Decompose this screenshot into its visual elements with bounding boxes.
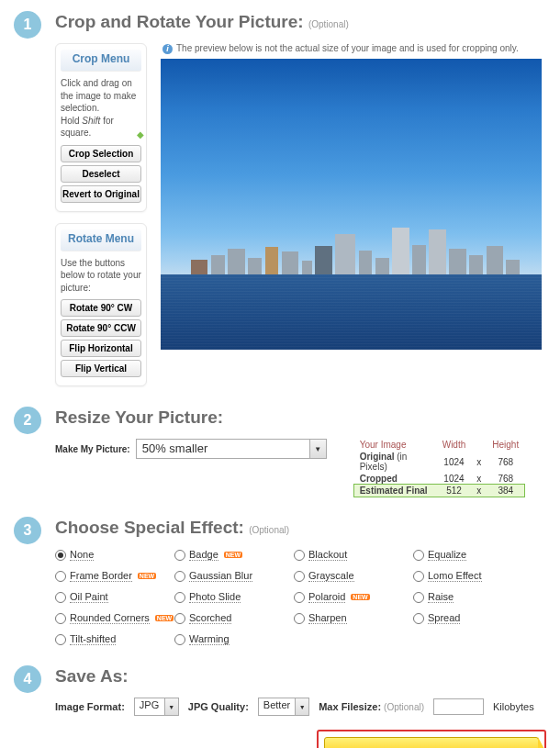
done-resize-button[interactable]: I'm Done, Resize My Picture! — [324, 737, 539, 748]
make-my-picture-label: Make My Picture: — [55, 444, 130, 454]
table-row: Cropped 1024x768 — [354, 473, 524, 485]
effect-label: Blackout — [308, 549, 347, 561]
section-title-1-text: Crop and Rotate Your Picture: — [55, 12, 304, 31]
effect-option[interactable]: Scorched — [174, 612, 294, 624]
effect-option[interactable]: Warming — [174, 633, 294, 645]
new-badge: NEW — [155, 615, 174, 621]
rotate-cw-button[interactable]: Rotate 90° CW — [61, 299, 141, 317]
radio-icon — [55, 613, 66, 624]
effect-option[interactable]: Photo Slide — [174, 591, 294, 603]
preview-info: iThe preview below is not the actual siz… — [162, 43, 546, 54]
chevron-down-icon[interactable]: ▼ — [296, 698, 309, 716]
chevron-down-icon[interactable]: ▼ — [165, 698, 179, 716]
resize-select-value: 50% smaller — [136, 439, 310, 459]
effect-label: Photo Slide — [189, 591, 241, 603]
effect-label: Sharpen — [308, 612, 347, 624]
effects-grid: NoneBadgeNEWBlackoutEqualizeFrame Border… — [55, 549, 546, 645]
table-row: Original (in Pixels) 1024x768 — [354, 451, 524, 473]
radio-icon — [413, 571, 424, 582]
effect-option[interactable]: Frame BorderNEW — [55, 570, 174, 582]
section-title-4: Save As: — [55, 666, 546, 687]
crop-menu-panel: Crop Menu Click and drag on the image to… — [55, 43, 147, 212]
effect-option[interactable]: PolaroidNEW — [294, 591, 413, 603]
radio-icon — [174, 613, 185, 624]
effect-label: Raise — [428, 591, 454, 603]
revert-original-button[interactable]: Revert to Original — [61, 185, 141, 203]
new-badge: NEW — [224, 552, 242, 558]
effect-option[interactable]: Lomo Effect — [413, 570, 532, 582]
kilobytes-label: Kilobytes — [493, 701, 534, 712]
effect-option[interactable]: Grayscale — [294, 570, 413, 582]
effect-label: Polaroid — [308, 591, 345, 603]
dims-head-height: Height — [487, 439, 524, 451]
done-highlight-box: I'm Done, Resize My Picture! — [317, 730, 546, 748]
crop-selection-button[interactable]: Crop Selection — [61, 145, 141, 162]
effect-option[interactable]: Tilt-shifted — [55, 633, 174, 645]
effect-label: Scorched — [189, 612, 231, 624]
new-badge: NEW — [138, 573, 156, 579]
new-badge: NEW — [351, 594, 369, 600]
radio-icon — [413, 592, 424, 603]
optional-tag-filesize: (Optional) — [384, 702, 424, 712]
effect-option[interactable]: None — [55, 549, 174, 561]
radio-icon — [294, 613, 305, 624]
rotate-ccw-button[interactable]: Rotate 90° CCW — [61, 319, 141, 337]
radio-icon — [294, 550, 305, 561]
optional-tag-1: (Optional) — [308, 19, 349, 29]
rotate-menu-desc: Use the buttons below to rotate your pic… — [61, 257, 141, 295]
radio-icon — [294, 571, 305, 582]
rotate-menu-panel: Rotate Menu Use the buttons below to rot… — [55, 223, 147, 387]
effect-option[interactable]: Equalize — [413, 549, 532, 561]
radio-icon — [55, 592, 66, 603]
max-filesize-label: Max Filesize: — [319, 701, 381, 712]
effect-option[interactable]: Gaussian Blur — [174, 570, 294, 582]
section-title-2: Resize Your Picture: — [55, 407, 546, 428]
image-format-label: Image Format: — [55, 701, 125, 712]
effect-label: Warming — [189, 633, 230, 645]
flip-horizontal-button[interactable]: Flip Horizontal — [61, 340, 141, 357]
dimensions-table: Your Image Width Height Original (in Pix… — [354, 439, 524, 497]
image-preview[interactable] — [161, 59, 542, 350]
jpg-quality-label: JPG Quality: — [188, 701, 249, 712]
section-effects: 3 Choose Special Effect: (Optional) None… — [14, 515, 546, 645]
section-title-1: Crop and Rotate Your Picture: (Optional) — [55, 12, 546, 32]
dims-head-width: Width — [437, 439, 472, 451]
effect-option[interactable]: Rounded CornersNEW — [55, 612, 174, 624]
info-icon: i — [162, 44, 173, 54]
effect-option[interactable]: Raise — [413, 591, 532, 603]
radio-icon — [174, 550, 185, 561]
radio-icon — [174, 592, 185, 603]
image-format-select[interactable]: JPG ▼ — [134, 698, 179, 716]
chevron-down-icon[interactable]: ▼ — [310, 439, 327, 459]
jpg-quality-select[interactable]: Better ▼ — [258, 698, 309, 716]
radio-icon — [294, 592, 305, 603]
radio-icon — [55, 550, 66, 561]
deselect-button[interactable]: Deselect — [61, 165, 141, 183]
radio-icon — [413, 613, 424, 624]
section-save: 4 Save As: Image Format: JPG ▼ JPG Quali… — [14, 664, 546, 748]
radio-icon — [413, 550, 424, 561]
effect-label: Rounded Corners — [70, 612, 150, 624]
effect-option[interactable]: Oil Paint — [55, 591, 174, 603]
effect-label: Equalize — [428, 549, 466, 561]
effect-label: Tilt-shifted — [70, 633, 116, 645]
effect-label: Spread — [428, 612, 460, 624]
effect-option[interactable]: Sharpen — [294, 612, 413, 624]
rotate-menu-title[interactable]: Rotate Menu — [61, 229, 141, 251]
effect-label: Frame Border — [70, 570, 132, 582]
max-filesize-input[interactable] — [433, 698, 484, 715]
step-badge-2: 2 — [14, 407, 41, 434]
section-resize: 2 Resize Your Picture: Make My Picture: … — [14, 405, 546, 497]
effect-label: Oil Paint — [70, 591, 108, 603]
effect-option[interactable]: Blackout — [294, 549, 413, 561]
radio-icon — [55, 571, 66, 582]
flip-vertical-button[interactable]: Flip Vertical — [61, 360, 141, 377]
effect-option[interactable]: BadgeNEW — [174, 549, 294, 561]
radio-icon — [174, 571, 185, 582]
effect-label: Gaussian Blur — [189, 570, 252, 582]
step-badge-1: 1 — [14, 11, 41, 39]
radio-icon — [55, 634, 66, 645]
crop-menu-title[interactable]: Crop Menu — [61, 50, 141, 72]
effect-option[interactable]: Spread — [413, 612, 532, 624]
resize-select[interactable]: 50% smaller ▼ — [136, 439, 327, 459]
